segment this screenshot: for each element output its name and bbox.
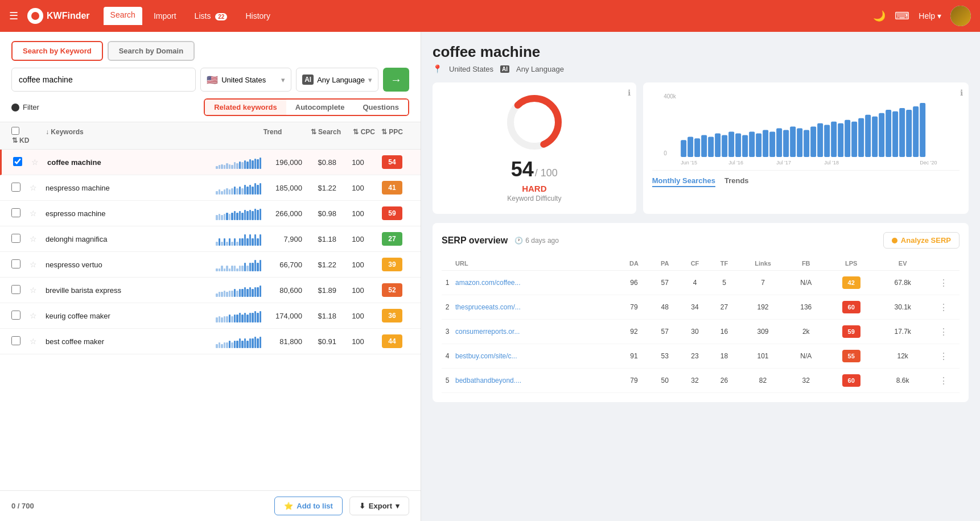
serp-row[interactable]: 1 amazon.com/coffee... 96 57 4 5 7 N/A 4… — [442, 271, 960, 295]
select-all-checkbox[interactable] — [11, 127, 19, 135]
row-checkbox[interactable] — [11, 183, 20, 192]
star-icon[interactable]: ☆ — [30, 183, 37, 192]
kw-tab-questions[interactable]: Questions — [353, 100, 408, 115]
star-icon[interactable]: ☆ — [30, 311, 37, 320]
cpc-value: $0.98 — [307, 209, 341, 218]
chart-info-icon[interactable]: ℹ — [960, 88, 963, 97]
search-volume: 80,600 — [261, 286, 307, 295]
serp-links: 192 — [739, 295, 788, 320]
serp-more[interactable]: ⋮ — [928, 320, 960, 344]
serp-url[interactable]: bedbathandbeyond.... — [453, 369, 618, 393]
col-da: DA — [618, 257, 650, 271]
nav-lists[interactable]: Lists 22 — [188, 8, 234, 24]
export-button[interactable]: ⬇ Export ▾ — [349, 497, 409, 515]
serp-url[interactable]: amazon.com/coffee... — [453, 271, 618, 295]
chart-tab-trends[interactable]: Trends — [724, 176, 749, 187]
serp-da: 92 — [618, 320, 650, 344]
star-icon[interactable]: ☆ — [30, 337, 37, 346]
serp-more[interactable]: ⋮ — [928, 344, 960, 369]
add-to-list-button[interactable]: ⭐ Add to list — [274, 497, 343, 515]
serp-more[interactable]: ⋮ — [928, 271, 960, 295]
keyword-text: keurig coffee maker — [46, 312, 216, 320]
col-cf: CF — [680, 257, 710, 271]
filter-toggle[interactable]: Filter — [11, 103, 39, 111]
keyword-text: best coffee maker — [46, 337, 216, 346]
star-icon[interactable]: ☆ — [30, 234, 37, 243]
serp-cf: 4 — [680, 271, 710, 295]
serp-row[interactable]: 3 consumerreports.or... 92 57 30 16 309 … — [442, 320, 960, 344]
serp-url[interactable]: thespruceeats.com/... — [453, 295, 618, 320]
keyword-row[interactable]: ☆ espresso machine 266,000 $0.98 100 59 — [0, 201, 421, 226]
chart-tabs: Monthly Searches Trends — [652, 170, 960, 187]
clock-icon: 🕐 — [514, 237, 523, 245]
keyword-row[interactable]: ☆ best coffee maker 81,800 $0.91 100 44 — [0, 329, 421, 354]
help-menu[interactable]: Help ▾ — [919, 11, 941, 20]
serp-pa: 57 — [650, 271, 680, 295]
col-cpc[interactable]: ⇅ CPC — [341, 128, 375, 136]
row-checkbox[interactable] — [11, 259, 20, 268]
table-header: ↓ Keywords Trend ⇅ Search ⇅ CPC ⇅ PPC ⇅ … — [0, 122, 421, 150]
language-select[interactable]: AI Any Language ▾ — [296, 68, 378, 92]
serp-row[interactable]: 5 bedbathandbeyond.... 79 50 32 26 82 32… — [442, 369, 960, 393]
col-tf: TF — [710, 257, 738, 271]
nav-history[interactable]: History — [238, 8, 277, 24]
analyze-serp-button[interactable]: Analyze SERP — [883, 232, 960, 249]
kw-tab-autocomplete[interactable]: Autocomplete — [286, 100, 354, 115]
search-button[interactable]: → — [383, 68, 409, 92]
star-icon[interactable]: ☆ — [30, 260, 37, 269]
nav-import[interactable]: Import — [147, 8, 183, 24]
col-ppc[interactable]: ⇅ PPC — [375, 128, 409, 136]
serp-url[interactable]: consumerreports.or... — [453, 320, 618, 344]
serp-more[interactable]: ⋮ — [928, 295, 960, 320]
row-checkbox[interactable] — [11, 311, 20, 320]
kd-badge: 59 — [382, 206, 402, 220]
row-checkbox[interactable] — [11, 285, 20, 294]
row-checkbox[interactable] — [11, 208, 20, 217]
ppc-value: 100 — [341, 235, 375, 243]
keyword-row[interactable]: ☆ delonghi magnifica 7,900 $1.18 100 27 — [0, 226, 421, 252]
hamburger-icon[interactable]: ☰ — [9, 10, 18, 22]
table-footer: 0 / 700 ⭐ Add to list ⬇ Export ▾ — [0, 490, 421, 521]
tab-search-keyword[interactable]: Search by Keyword — [11, 41, 103, 61]
keyword-row[interactable]: ☆ breville barista express 80,600 $1.89 … — [0, 278, 421, 303]
star-icon[interactable]: ☆ — [30, 286, 37, 295]
col-search[interactable]: ⇅ Search — [295, 128, 341, 136]
nav-search[interactable]: Search — [104, 7, 142, 25]
kd-info-icon[interactable]: ℹ — [628, 88, 631, 97]
serp-row[interactable]: 2 thespruceeats.com/... 79 48 34 27 192 … — [442, 295, 960, 320]
col-lps: LPS — [825, 257, 878, 271]
row-checkbox[interactable] — [11, 234, 20, 243]
serp-url[interactable]: bestbuy.com/site/c... — [453, 344, 618, 369]
stats-row: ℹ 54 / 100 HARD Keyword Difficulty — [433, 82, 969, 214]
serp-ev: 67.8k — [878, 271, 927, 295]
keyboard-icon[interactable]: ⌨ — [895, 10, 909, 22]
ppc-value: 100 — [341, 260, 375, 269]
star-icon[interactable]: ☆ — [31, 158, 39, 167]
tab-search-domain[interactable]: Search by Domain — [108, 41, 195, 61]
serp-row[interactable]: 4 bestbuy.com/site/c... 91 53 23 18 101 … — [442, 344, 960, 369]
keyword-row[interactable]: ☆ nespresso machine 185,000 $1.22 100 41 — [0, 175, 421, 201]
user-avatar[interactable] — [950, 6, 971, 26]
country-select[interactable]: 🇺🇸 United States ▾ — [200, 68, 291, 92]
col-keywords[interactable]: ↓ Keywords — [46, 128, 250, 136]
star-icon[interactable]: ☆ — [30, 209, 37, 218]
monthly-searches-chart: 400k0Jun '15Jul '16Jul '17Jul '18Dec '20 — [652, 92, 960, 166]
keyword-row[interactable]: ☆ keurig coffee maker 174,000 $1.18 100 … — [0, 303, 421, 329]
chart-tab-monthly[interactable]: Monthly Searches — [652, 176, 715, 187]
kd-difficulty-label: HARD — [522, 184, 546, 193]
row-checkbox[interactable] — [13, 157, 22, 166]
lists-badge: 22 — [215, 13, 227, 20]
trend-bars — [216, 181, 261, 195]
keyword-text: breville barista express — [46, 286, 216, 295]
serp-more[interactable]: ⋮ — [928, 369, 960, 393]
search-input[interactable] — [11, 68, 196, 92]
serp-tf: 5 — [710, 271, 738, 295]
kw-tab-related[interactable]: Related keywords — [205, 100, 286, 115]
dark-mode-icon[interactable]: 🌙 — [873, 10, 886, 22]
meta-country: United States — [449, 65, 493, 73]
keyword-row[interactable]: ☆ coffee machine 196,000 $0.88 100 54 — [0, 150, 421, 175]
logo-icon — [27, 8, 43, 24]
col-kd[interactable]: ⇅ KD — [11, 137, 30, 144]
row-checkbox[interactable] — [11, 336, 20, 345]
keyword-row[interactable]: ☆ nespresso vertuo 66,700 $1.22 100 39 — [0, 252, 421, 278]
